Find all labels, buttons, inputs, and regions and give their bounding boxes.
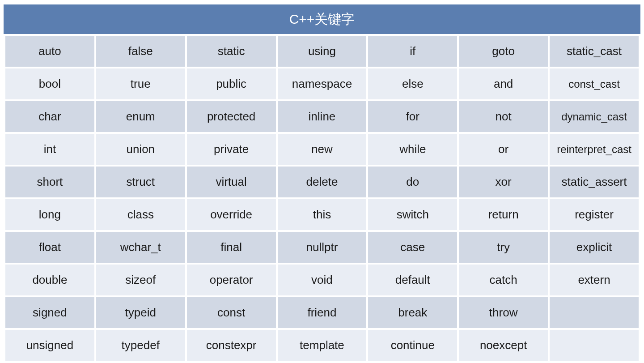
keyword-cell: private — [187, 134, 276, 165]
keyword-table: auto false static using if goto static_c… — [4, 34, 640, 363]
keyword-cell: continue — [368, 330, 457, 361]
keyword-cell: break — [368, 297, 457, 328]
keyword-cell: template — [278, 330, 367, 361]
keyword-cell: const — [187, 297, 276, 328]
keyword-cell: catch — [459, 265, 548, 295]
keyword-cell: override — [187, 199, 276, 230]
keyword-cell: double — [5, 265, 94, 295]
keyword-cell: true — [96, 68, 185, 99]
keyword-cell: nullptr — [278, 232, 367, 263]
keyword-cell: static_assert — [550, 167, 639, 197]
keyword-cell: inline — [278, 101, 367, 132]
keyword-cell: static_cast — [550, 36, 639, 67]
keyword-cell: throw — [459, 297, 548, 328]
keyword-cell: signed — [5, 297, 94, 328]
keyword-cell: and — [459, 68, 548, 99]
keyword-cell: void — [278, 265, 367, 295]
keyword-cell: protected — [187, 101, 276, 132]
keyword-cell: short — [5, 167, 94, 197]
keyword-cell: try — [459, 232, 548, 263]
keyword-cell: switch — [368, 199, 457, 230]
keyword-cell: float — [5, 232, 94, 263]
keyword-cell: operator — [187, 265, 276, 295]
keyword-cell: sizeof — [96, 265, 185, 295]
keyword-cell: explicit — [550, 232, 639, 263]
keyword-cell: default — [368, 265, 457, 295]
keyword-table-wrap: C++关键字 auto false static using if goto s… — [4, 4, 640, 363]
keyword-cell: reinterpret_cast — [550, 134, 639, 165]
keyword-cell: public — [187, 68, 276, 99]
keyword-cell: or — [459, 134, 548, 165]
keyword-cell-empty — [550, 297, 639, 328]
keyword-cell: const_cast — [550, 68, 639, 99]
keyword-cell: delete — [278, 167, 367, 197]
keyword-cell: class — [96, 199, 185, 230]
keyword-cell: int — [5, 134, 94, 165]
keyword-cell: typeid — [96, 297, 185, 328]
keyword-cell: virtual — [187, 167, 276, 197]
keyword-cell: namespace — [278, 68, 367, 99]
keyword-cell: for — [368, 101, 457, 132]
keyword-cell: while — [368, 134, 457, 165]
keyword-cell: constexpr — [187, 330, 276, 361]
keyword-cell: union — [96, 134, 185, 165]
keyword-cell: auto — [5, 36, 94, 67]
keyword-cell: friend — [278, 297, 367, 328]
keyword-cell: wchar_t — [96, 232, 185, 263]
keyword-cell: char — [5, 101, 94, 132]
keyword-cell: xor — [459, 167, 548, 197]
keyword-cell: final — [187, 232, 276, 263]
keyword-cell: if — [368, 36, 457, 67]
keyword-cell: false — [96, 36, 185, 67]
keyword-cell: long — [5, 199, 94, 230]
keyword-cell: static — [187, 36, 276, 67]
keyword-cell: bool — [5, 68, 94, 99]
keyword-cell: goto — [459, 36, 548, 67]
keyword-cell: unsigned — [5, 330, 94, 361]
keyword-cell-empty — [550, 330, 639, 361]
keyword-cell: dynamic_cast — [550, 101, 639, 132]
keyword-cell: new — [278, 134, 367, 165]
keyword-cell: case — [368, 232, 457, 263]
keyword-cell: extern — [550, 265, 639, 295]
keyword-cell: enum — [96, 101, 185, 132]
keyword-cell: typedef — [96, 330, 185, 361]
keyword-cell: noexcept — [459, 330, 548, 361]
keyword-cell: struct — [96, 167, 185, 197]
keyword-cell: not — [459, 101, 548, 132]
keyword-cell: else — [368, 68, 457, 99]
keyword-cell: this — [278, 199, 367, 230]
table-title: C++关键字 — [4, 4, 640, 34]
keyword-cell: register — [550, 199, 639, 230]
keyword-cell: do — [368, 167, 457, 197]
keyword-cell: return — [459, 199, 548, 230]
keyword-cell: using — [278, 36, 367, 67]
